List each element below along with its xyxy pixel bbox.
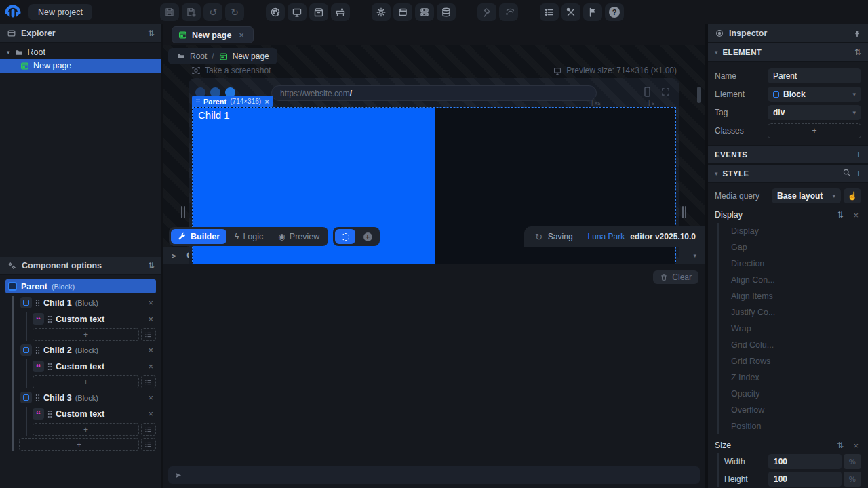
breadcrumb-page[interactable]: New page bbox=[233, 52, 269, 61]
width-unit-select[interactable]: % bbox=[844, 454, 861, 469]
tab-logic[interactable]: ϟ Logic bbox=[228, 229, 270, 244]
mobile-view-button[interactable] bbox=[642, 86, 652, 100]
close-icon[interactable]: × bbox=[236, 30, 247, 40]
tab-builder[interactable]: Builder bbox=[171, 229, 226, 244]
tree-item-new-page[interactable]: New page bbox=[0, 59, 161, 73]
component-parent-row[interactable]: Parent (Block) bbox=[5, 279, 156, 293]
database-button[interactable] bbox=[437, 3, 456, 21]
dev-tools-button[interactable] bbox=[561, 3, 580, 21]
drag-handle-icon[interactable] bbox=[196, 98, 200, 104]
move-icon[interactable]: ⇅ bbox=[854, 47, 861, 57]
name-input[interactable]: Parent bbox=[768, 68, 861, 83]
save-as-button[interactable] bbox=[182, 3, 201, 21]
luna-park-logo-icon[interactable] bbox=[3, 2, 23, 22]
events-section-header[interactable]: EVENTS + bbox=[708, 145, 868, 164]
close-icon[interactable]: × bbox=[264, 98, 269, 106]
chevron-down-icon[interactable]: ▾ bbox=[693, 252, 696, 259]
settings-button[interactable] bbox=[372, 3, 391, 21]
drag-handle-icon[interactable] bbox=[35, 299, 40, 306]
add-class-button[interactable]: + bbox=[768, 123, 861, 138]
drag-handle-icon[interactable] bbox=[47, 410, 52, 418]
publish-button[interactable] bbox=[499, 3, 518, 21]
add-component-button[interactable]: + bbox=[19, 438, 139, 451]
drag-handle-icon[interactable] bbox=[47, 363, 52, 370]
style-section-header[interactable]: ▾ STYLE + bbox=[708, 164, 868, 183]
style-prop[interactable]: Opacity bbox=[731, 386, 861, 402]
style-prop[interactable]: Grid Rows bbox=[731, 353, 861, 369]
height-unit-select[interactable]: % bbox=[844, 472, 861, 487]
remove-icon[interactable]: × bbox=[145, 314, 156, 324]
build-button[interactable] bbox=[477, 3, 496, 21]
console-input[interactable] bbox=[168, 466, 700, 484]
search-style-button[interactable] bbox=[842, 168, 851, 179]
console-clear-button[interactable]: Clear bbox=[653, 270, 698, 284]
select-mode-button[interactable] bbox=[335, 229, 355, 244]
style-prop[interactable]: Overflow bbox=[731, 402, 861, 418]
tag-select[interactable]: div ▾ bbox=[768, 105, 861, 120]
remove-icon[interactable]: × bbox=[850, 210, 861, 220]
remove-icon[interactable]: × bbox=[145, 392, 156, 403]
changelog-button[interactable] bbox=[540, 3, 559, 21]
add-style-icon[interactable]: + bbox=[856, 168, 861, 179]
media-query-select[interactable]: Base layout ▾ bbox=[772, 188, 841, 203]
drag-handle-icon[interactable] bbox=[35, 346, 40, 354]
block-checkbox-icon[interactable] bbox=[8, 282, 17, 291]
redo-button[interactable]: ↻ bbox=[225, 3, 244, 21]
undo-button[interactable]: ↺ bbox=[203, 3, 222, 21]
component-child-row[interactable]: Child 3 (Block) × bbox=[20, 390, 156, 405]
chevron-down-icon[interactable]: ▾ bbox=[7, 49, 10, 56]
feedback-button[interactable] bbox=[583, 3, 602, 21]
help-button[interactable]: ? bbox=[605, 3, 624, 21]
component-text-row[interactable]: “ Custom text × bbox=[33, 312, 156, 326]
save-button[interactable] bbox=[160, 3, 179, 21]
height-input[interactable]: 100 bbox=[768, 472, 842, 487]
resize-handle-left[interactable] bbox=[181, 206, 186, 218]
style-prop[interactable]: Align Items bbox=[731, 288, 861, 304]
resize-handle-right[interactable] bbox=[682, 206, 687, 218]
tree-item-root[interactable]: ▾ Root bbox=[0, 45, 161, 59]
component-child-row[interactable]: Child 2 (Block) × bbox=[20, 343, 156, 357]
fullscreen-button[interactable] bbox=[660, 87, 671, 99]
add-component-button[interactable]: + bbox=[33, 375, 139, 388]
move-icon[interactable]: ⇅ bbox=[148, 261, 155, 270]
remove-icon[interactable]: × bbox=[850, 441, 861, 451]
canvas-scrollbar-thumb[interactable] bbox=[697, 87, 701, 103]
app-window-button[interactable] bbox=[393, 3, 412, 21]
breadcrumb-root[interactable]: Root bbox=[190, 52, 207, 61]
server-button[interactable] bbox=[415, 3, 434, 21]
add-list-button[interactable] bbox=[141, 423, 156, 436]
move-icon[interactable]: ⇅ bbox=[837, 210, 844, 220]
preview-device-button[interactable] bbox=[288, 3, 307, 21]
remove-icon[interactable]: × bbox=[145, 361, 156, 371]
add-list-button[interactable] bbox=[141, 328, 156, 341]
component-text-row[interactable]: “ Custom text × bbox=[33, 359, 156, 373]
theme-button[interactable] bbox=[266, 3, 285, 21]
add-list-button[interactable] bbox=[141, 438, 156, 451]
builder-canvas[interactable]: Root / New page Take a screenshot Previe… bbox=[163, 45, 705, 247]
width-input[interactable]: 100 bbox=[768, 454, 842, 469]
url-input[interactable]: https://website.com / bbox=[271, 85, 597, 101]
add-list-button[interactable] bbox=[141, 375, 156, 388]
add-component-button[interactable]: + bbox=[33, 423, 139, 436]
assets-button[interactable] bbox=[309, 3, 328, 21]
selected-element-badge[interactable]: Parent (714×316) × bbox=[192, 96, 273, 107]
interaction-state-button[interactable]: ☝ bbox=[844, 188, 861, 203]
drag-handle-icon[interactable] bbox=[47, 315, 52, 323]
size-group-header[interactable]: Size ⇅ × bbox=[715, 437, 861, 453]
add-event-icon[interactable]: + bbox=[856, 149, 861, 160]
style-prop[interactable]: Align Con... bbox=[731, 272, 861, 288]
style-prop[interactable]: Position bbox=[731, 418, 861, 434]
take-screenshot-button[interactable]: Take a screenshot bbox=[191, 66, 271, 75]
style-prop[interactable]: Direction bbox=[731, 256, 861, 272]
component-text-row[interactable]: “ Custom text × bbox=[33, 407, 156, 421]
style-prop[interactable]: Grid Colu... bbox=[731, 337, 861, 353]
display-group-header[interactable]: Display ⇅ × bbox=[715, 207, 861, 223]
component-child-row[interactable]: Child 1 (Block) × bbox=[20, 296, 156, 310]
style-prop[interactable]: Z Index bbox=[731, 369, 861, 386]
remove-icon[interactable]: × bbox=[145, 298, 156, 308]
sort-icon[interactable]: ⇅ bbox=[148, 28, 155, 38]
element-select[interactable]: Block ▾ bbox=[768, 87, 861, 102]
style-prop[interactable]: Display bbox=[731, 223, 861, 239]
tab-new-page[interactable]: New page × bbox=[172, 26, 254, 43]
element-section-header[interactable]: ▾ ELEMENT ⇅ bbox=[708, 43, 868, 62]
